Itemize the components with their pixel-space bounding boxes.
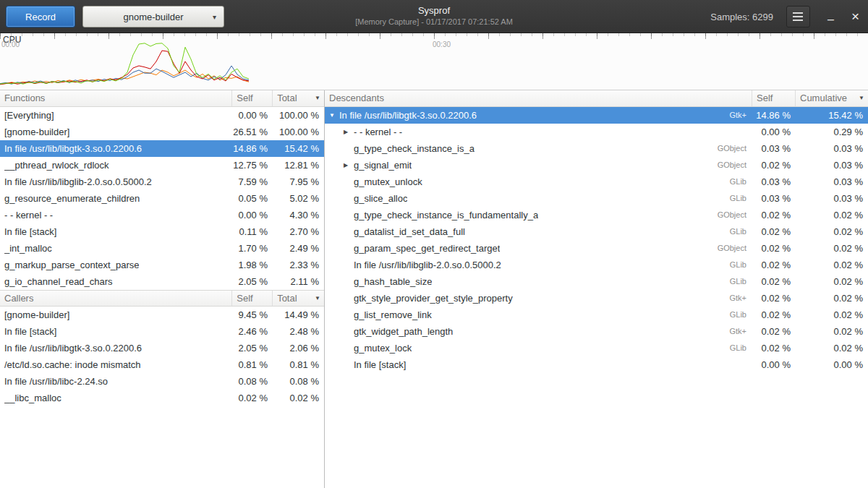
chevron-down-icon: ▾ bbox=[213, 13, 216, 21]
table-row[interactable]: _int_malloc1.70 %2.49 % bbox=[0, 240, 324, 257]
function-name: g_param_spec_get_redirect_target bbox=[354, 240, 500, 257]
self-percent-value: 0.03 % bbox=[752, 190, 796, 207]
self-percent-value: 1.98 % bbox=[232, 257, 273, 273]
function-name: In file [stack] bbox=[4, 323, 56, 340]
table-row[interactable]: /etc/ld.so.cache: inode mismatch0.81 %0.… bbox=[0, 356, 324, 373]
descendants-self-column-header[interactable]: Self bbox=[752, 90, 796, 106]
header-right-controls: Samples: 6299 – × bbox=[710, 0, 859, 33]
functions-table-body: [Everything]0.00 %100.00 %[gnome-builder… bbox=[0, 107, 324, 290]
function-name-cell: /etc/ld.so.cache: inode mismatch bbox=[0, 356, 232, 373]
callers-self-column-header[interactable]: Self bbox=[232, 291, 273, 306]
table-row[interactable]: g_list_remove_linkGLib0.02 %0.02 % bbox=[325, 307, 868, 323]
table-row[interactable]: In file /usr/lib/libgtk-3.so.0.2200.614.… bbox=[0, 140, 324, 157]
table-row[interactable]: gtk_style_provider_get_style_propertyGtk… bbox=[325, 290, 868, 307]
table-row[interactable]: In file /usr/lib/libglib-2.0.so.0.5000.2… bbox=[0, 174, 324, 190]
total-percent-value: 15.42 % bbox=[796, 107, 868, 124]
callers-column-header[interactable]: Callers bbox=[0, 291, 232, 306]
descendants-table-header: Descendants Self Cumulative ▼ bbox=[325, 90, 868, 107]
function-name-cell: gtk_widget_path_lengthGtk+ bbox=[325, 323, 752, 340]
table-row[interactable]: __pthread_rwlock_rdlock12.75 %12.81 % bbox=[0, 157, 324, 174]
cpu-line-cpu-red bbox=[0, 51, 249, 85]
table-row[interactable]: g_io_channel_read_chars2.05 %2.11 % bbox=[0, 273, 324, 290]
function-name: In file /usr/lib/libglib-2.0.so.0.5000.2 bbox=[4, 174, 152, 190]
self-percent-value: 0.02 % bbox=[752, 207, 796, 223]
descendants-column-header[interactable]: Descendants bbox=[325, 90, 752, 106]
function-name-cell: g_slice_allocGLib bbox=[325, 190, 752, 207]
function-name: g_type_check_instance_is_a bbox=[354, 140, 475, 157]
table-row[interactable]: In file [stack]0.00 %0.00 % bbox=[325, 356, 868, 373]
total-percent-value: 0.02 % bbox=[796, 323, 868, 340]
self-percent-value: 0.02 % bbox=[752, 240, 796, 257]
table-row[interactable]: g_datalist_id_set_data_fullGLib0.02 %0.0… bbox=[325, 223, 868, 240]
expander-open-icon[interactable]: ▼ bbox=[329, 107, 339, 124]
app-title: Sysprof bbox=[355, 4, 513, 17]
callers-total-column-label: Total bbox=[277, 293, 297, 304]
function-name-cell: g_datalist_id_set_data_fullGLib bbox=[325, 223, 752, 240]
total-percent-value: 0.02 % bbox=[796, 290, 868, 307]
table-row[interactable]: In file [stack]0.11 %2.70 % bbox=[0, 223, 324, 240]
function-name-cell: g_mutex_unlockGLib bbox=[325, 174, 752, 190]
cpu-timeline[interactable]: CPU 00:00 00:30 bbox=[0, 33, 868, 90]
functions-self-column-header[interactable]: Self bbox=[232, 90, 273, 106]
table-row[interactable]: ▶- - kernel - -0.00 %0.29 % bbox=[325, 124, 868, 140]
table-row[interactable]: gtk_widget_path_lengthGtk+0.02 %0.02 % bbox=[325, 323, 868, 340]
callers-table-header: Callers Self Total ▼ bbox=[0, 290, 324, 307]
table-row[interactable]: [gnome-builder]26.51 %100.00 % bbox=[0, 124, 324, 140]
menu-button[interactable] bbox=[786, 6, 810, 27]
table-row[interactable]: [Everything]0.00 %100.00 % bbox=[0, 107, 324, 124]
record-button[interactable]: Record bbox=[6, 6, 75, 27]
table-row[interactable]: In file [stack]2.46 %2.48 % bbox=[0, 323, 324, 340]
function-name-cell: - - kernel - - bbox=[0, 207, 232, 223]
library-badge: GObject bbox=[712, 140, 752, 157]
table-row[interactable]: __libc_malloc0.02 %0.02 % bbox=[0, 390, 324, 406]
table-row[interactable]: g_resource_enumerate_children0.05 %5.02 … bbox=[0, 190, 324, 207]
function-name-cell: gtk_style_provider_get_style_propertyGtk… bbox=[325, 290, 752, 307]
table-row[interactable]: [gnome-builder]9.45 %14.49 % bbox=[0, 307, 324, 323]
table-row[interactable]: In file /usr/lib/libglib-2.0.so.0.5000.2… bbox=[325, 257, 868, 273]
functions-total-column-header[interactable]: Total ▼ bbox=[273, 90, 324, 106]
library-badge: Gtk+ bbox=[723, 290, 752, 307]
table-row[interactable]: In file /usr/lib/libgtk-3.so.0.2200.62.0… bbox=[0, 340, 324, 356]
table-row[interactable]: g_type_check_instance_is_aGObject0.03 %0… bbox=[325, 140, 868, 157]
table-row[interactable]: g_param_spec_get_redirect_targetGObject0… bbox=[325, 240, 868, 257]
descendants-table-body: ▼In file /usr/lib/libgtk-3.so.0.2200.6Gt… bbox=[325, 107, 868, 373]
total-percent-value: 0.02 % bbox=[796, 257, 868, 273]
function-name-cell: g_io_channel_read_chars bbox=[0, 273, 232, 290]
table-row[interactable]: g_mutex_unlockGLib0.03 %0.03 % bbox=[325, 174, 868, 190]
expander-closed-icon[interactable]: ▶ bbox=[344, 157, 354, 174]
library-badge: GLib bbox=[724, 223, 752, 240]
table-row[interactable]: g_slice_allocGLib0.03 %0.03 % bbox=[325, 190, 868, 207]
function-name: g_slice_alloc bbox=[354, 190, 407, 207]
total-percent-value: 15.42 % bbox=[273, 140, 324, 157]
table-row[interactable]: In file /usr/lib/libc-2.24.so0.08 %0.08 … bbox=[0, 373, 324, 390]
self-percent-value: 0.11 % bbox=[232, 223, 273, 240]
total-percent-value: 0.02 % bbox=[796, 207, 868, 223]
table-row[interactable]: - - kernel - -0.00 %4.30 % bbox=[0, 207, 324, 223]
table-row[interactable]: g_markup_parse_context_parse1.98 %2.33 % bbox=[0, 257, 324, 273]
library-badge: GObject bbox=[712, 157, 752, 174]
function-name: [gnome-builder] bbox=[4, 124, 69, 140]
close-button[interactable]: × bbox=[851, 9, 859, 25]
function-name: [Everything] bbox=[4, 107, 54, 124]
self-percent-value: 0.02 % bbox=[752, 340, 796, 356]
library-badge: GLib bbox=[724, 174, 752, 190]
function-name: g_datalist_id_set_data_full bbox=[354, 223, 465, 240]
expander-closed-icon[interactable]: ▶ bbox=[344, 124, 354, 140]
table-row[interactable]: g_type_check_instance_is_fundamentally_a… bbox=[325, 207, 868, 223]
total-percent-value: 0.03 % bbox=[796, 157, 868, 174]
function-name-cell: In file /usr/lib/libglib-2.0.so.0.5000.2… bbox=[325, 257, 752, 273]
function-name: g_hash_table_size bbox=[354, 273, 432, 290]
self-percent-value: 0.03 % bbox=[752, 140, 796, 157]
table-row[interactable]: ▼In file /usr/lib/libgtk-3.so.0.2200.6Gt… bbox=[325, 107, 868, 124]
table-row[interactable]: g_mutex_lockGLib0.02 %0.02 % bbox=[325, 340, 868, 356]
function-name: [gnome-builder] bbox=[4, 307, 69, 323]
self-percent-value: 0.02 % bbox=[752, 323, 796, 340]
process-selector-dropdown[interactable]: gnome-builder ▾ bbox=[82, 6, 224, 27]
descendants-cumulative-column-header[interactable]: Cumulative ▼ bbox=[796, 90, 868, 106]
functions-column-header[interactable]: Functions bbox=[0, 90, 232, 106]
function-name: g_list_remove_link bbox=[354, 307, 432, 323]
table-row[interactable]: g_hash_table_sizeGLib0.02 %0.02 % bbox=[325, 273, 868, 290]
table-row[interactable]: ▶g_signal_emitGObject0.02 %0.03 % bbox=[325, 157, 868, 174]
minimize-button[interactable]: – bbox=[827, 10, 834, 23]
callers-total-column-header[interactable]: Total ▼ bbox=[273, 291, 324, 306]
